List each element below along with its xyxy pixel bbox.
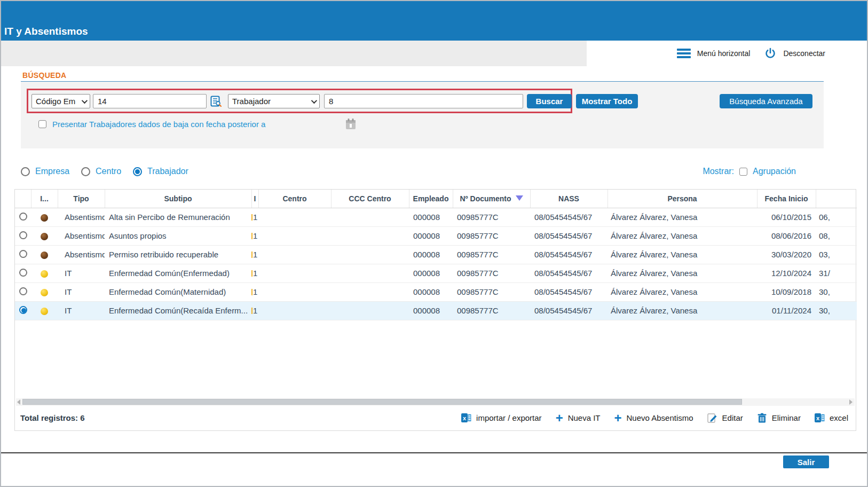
yellow-tick-icon bbox=[251, 289, 252, 295]
editar-button[interactable]: Editar bbox=[707, 413, 743, 423]
cell-empleado: 000008 bbox=[413, 250, 440, 259]
cell-documento: 00985777C bbox=[457, 231, 499, 240]
importar-exportar-button[interactable]: x importar / exportar bbox=[461, 413, 542, 423]
row-radio[interactable] bbox=[19, 287, 27, 295]
nuevo-absentismo-button[interactable]: + Nuevo Absentismo bbox=[614, 413, 693, 422]
yellow-tick-icon bbox=[251, 252, 252, 258]
hamburger-icon bbox=[677, 49, 691, 58]
col-empleado[interactable]: Empleado bbox=[409, 190, 453, 208]
nueva-it-label: Nueva IT bbox=[568, 413, 601, 422]
eliminar-button[interactable]: Eliminar bbox=[757, 413, 801, 423]
cell-empleado: 000008 bbox=[413, 269, 440, 278]
search-field2-input[interactable] bbox=[324, 94, 523, 108]
nuevo-absentismo-label: Nuevo Absentismo bbox=[627, 413, 693, 422]
agrupacion-checkbox[interactable] bbox=[739, 168, 747, 176]
cell-i: 1 bbox=[253, 213, 257, 222]
scroll-left-arrow-icon[interactable] bbox=[17, 399, 20, 405]
table-row[interactable]: Absentismo Asuntos propios 1 000008 0098… bbox=[15, 226, 857, 245]
cell-i: 1 bbox=[253, 250, 257, 259]
col-documento[interactable]: Nº Documento bbox=[453, 190, 530, 208]
cell-nass: 08/05454545/67 bbox=[534, 306, 592, 315]
importar-exportar-label: importar / exportar bbox=[476, 413, 542, 422]
scope-centro-radio[interactable]: Centro bbox=[81, 167, 121, 176]
footer-actions: x importar / exportar + Nueva IT + Nuevo… bbox=[461, 413, 848, 423]
scope-trabajador-radio[interactable]: Trabajador bbox=[133, 167, 188, 176]
table-row[interactable]: IT Enfermedad Común(Maternidad) 1 000008… bbox=[15, 282, 857, 301]
cell-fecha-inicio: 30/03/2020 bbox=[771, 250, 811, 259]
busqueda-section-title: BÚSQUEDA bbox=[22, 71, 67, 80]
cell-fecha-inicio: 01/11/2024 bbox=[772, 306, 811, 315]
scope-empresa-label: Empresa bbox=[35, 167, 69, 176]
table-row-selected[interactable]: IT Enfermedad Común(Recaída Enferm... 1 … bbox=[15, 301, 857, 320]
col-subtipo[interactable]: Subtipo bbox=[105, 190, 251, 208]
power-icon bbox=[764, 47, 777, 60]
table-row[interactable]: Absentismo Alta sin Percibo de Remunerac… bbox=[15, 208, 857, 226]
search-field2-select-value: Trabajador bbox=[232, 97, 271, 106]
col-centro[interactable]: Centro bbox=[258, 190, 331, 208]
row-radio[interactable] bbox=[19, 269, 27, 277]
col-persona[interactable]: Persona bbox=[607, 190, 757, 208]
mostrar-todo-button[interactable]: Mostrar Todo bbox=[576, 94, 638, 108]
cell-fecha-inicio: 12/10/2024 bbox=[771, 269, 811, 278]
cell-empleado: 000008 bbox=[413, 213, 440, 222]
col-i[interactable]: I bbox=[251, 190, 258, 208]
scope-trabajador-label: Trabajador bbox=[147, 167, 188, 176]
scrollbar-thumb[interactable] bbox=[22, 399, 742, 405]
list-search-icon[interactable] bbox=[210, 96, 222, 107]
row-radio-checked[interactable] bbox=[19, 306, 27, 314]
search-field2-select[interactable]: Trabajador bbox=[228, 94, 320, 108]
row-radio[interactable] bbox=[19, 250, 27, 258]
brown-ball-icon bbox=[41, 252, 48, 259]
col-icon[interactable]: I... bbox=[31, 190, 58, 208]
col-nass[interactable]: NASS bbox=[530, 190, 607, 208]
table-row[interactable]: Absentismo Permiso retribuido recuperabl… bbox=[15, 245, 857, 264]
nueva-it-button[interactable]: + Nueva IT bbox=[556, 413, 601, 422]
excel-button[interactable]: x excel bbox=[815, 413, 848, 423]
col-tipo[interactable]: Tipo bbox=[58, 190, 105, 208]
search-field1-select[interactable]: Código Em bbox=[31, 94, 90, 108]
scope-row: Empresa Centro Trabajador bbox=[21, 167, 188, 176]
cell-persona: Álvarez Álvarez, Vanesa bbox=[611, 231, 697, 240]
search-field1-input[interactable] bbox=[93, 94, 207, 108]
scroll-right-arrow-icon[interactable] bbox=[849, 399, 853, 405]
col-fecha-inicio[interactable]: Fecha Inicio bbox=[757, 190, 816, 208]
row-radio[interactable] bbox=[19, 231, 27, 239]
mostrar-label: Mostrar: bbox=[703, 167, 734, 176]
agrupacion-label: Agrupación bbox=[753, 167, 796, 176]
baja-checkbox[interactable] bbox=[38, 120, 46, 128]
cell-documento: 00985777C bbox=[457, 213, 499, 222]
cell-fecha-fin: 03, bbox=[819, 250, 830, 259]
scope-empresa-radio[interactable]: Empresa bbox=[21, 167, 69, 176]
excel-label: excel bbox=[830, 413, 848, 422]
cell-documento: 00985777C bbox=[457, 287, 499, 296]
cell-tipo: IT bbox=[65, 287, 72, 296]
brown-ball-icon bbox=[41, 233, 48, 240]
row-radio[interactable] bbox=[19, 213, 27, 221]
cell-tipo: Absentismo bbox=[65, 231, 105, 240]
menu-horizontal-button[interactable]: Menú horizontal bbox=[677, 49, 751, 58]
cell-i: 1 bbox=[253, 269, 257, 278]
svg-text:x: x bbox=[463, 415, 467, 421]
salir-button[interactable]: Salir bbox=[783, 455, 829, 468]
col-radio bbox=[15, 190, 31, 208]
busqueda-avanzada-button[interactable]: Búsqueda Avanzada bbox=[720, 94, 812, 108]
topbar-menu: Menú horizontal Desconectar bbox=[677, 41, 825, 66]
cell-i: 1 bbox=[253, 287, 257, 296]
calendar-icon[interactable] bbox=[345, 118, 356, 130]
buscar-button[interactable]: Buscar bbox=[527, 94, 572, 108]
edit-icon bbox=[707, 413, 717, 423]
horizontal-scrollbar[interactable] bbox=[16, 398, 855, 406]
plus-icon: + bbox=[556, 414, 563, 422]
chevron-down-icon bbox=[82, 97, 88, 103]
yellow-ball-icon bbox=[41, 270, 48, 278]
baja-checkbox-label: Presentar Trabajadores dados de baja con… bbox=[52, 120, 265, 129]
cell-empleado: 000008 bbox=[413, 231, 440, 240]
col-ccc-centro[interactable]: CCC Centro bbox=[331, 190, 409, 208]
cell-fecha-inicio: 06/10/2015 bbox=[771, 213, 811, 222]
table-row[interactable]: IT Enfermedad Común(Enfermedad) 1 000008… bbox=[15, 264, 857, 282]
editar-label: Editar bbox=[722, 413, 743, 422]
col-fecha-fin[interactable] bbox=[816, 190, 857, 208]
desconectar-button[interactable]: Desconectar bbox=[764, 47, 825, 60]
radio-checked-icon bbox=[133, 167, 142, 176]
cell-tipo: IT bbox=[65, 269, 72, 278]
